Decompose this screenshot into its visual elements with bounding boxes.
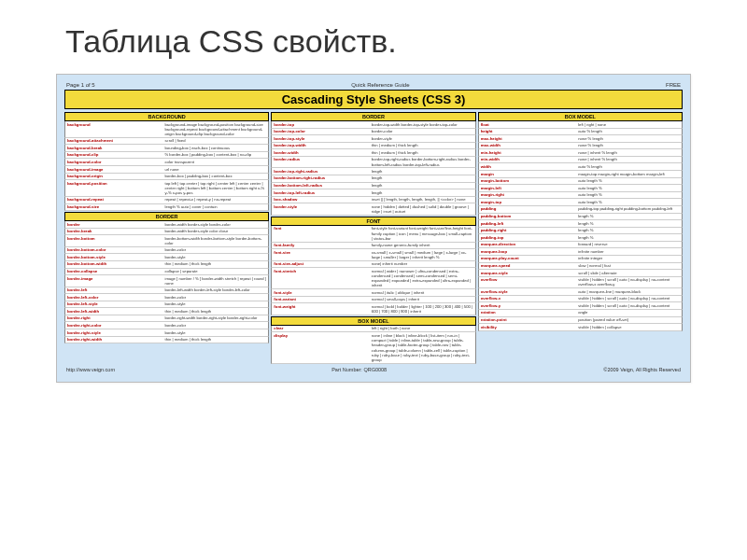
property-name: border-right: [65, 315, 162, 322]
property-value: border-left-width border-left-style bord…: [162, 287, 268, 294]
property-row: overflow-styleauto | marquee-line | marq…: [478, 288, 683, 296]
property-value: scroll | slide | alternate: [576, 270, 682, 276]
property-row: min-heightnone | inherit % length: [478, 149, 683, 157]
property-name: border-left-color: [65, 294, 162, 301]
property-name: background-attachment: [65, 138, 162, 145]
page-indicator: Page 1 of 5: [66, 82, 95, 88]
property-name: background: [65, 121, 162, 137]
property-row: borderborder-width border-style border-c…: [64, 221, 269, 229]
section-rows: borderborder-width border-style border-c…: [64, 221, 269, 343]
property-row: border-leftborder-left-width border-left…: [64, 287, 269, 295]
section-head-boxmodel-cont: BOX MODEL: [478, 112, 683, 121]
property-value: border-top-width border-top-style border…: [370, 121, 475, 128]
property-name: border-top-style: [272, 135, 369, 142]
property-row: font-stretchnormal | wider | narrower | …: [271, 268, 475, 289]
property-row: border-imageimage [ number / % ] border-…: [64, 275, 269, 287]
property-name: border-style: [272, 203, 369, 215]
property-value: visible | hidden | collapse: [576, 324, 682, 330]
property-value: position (paired value off-set): [576, 317, 682, 324]
property-name: font-size: [272, 249, 369, 260]
property-name: border-right-style: [65, 329, 162, 336]
property-value: bounding-box | each-box | continuous: [162, 145, 268, 151]
property-row: font-sizexx-small | x-small | small | me…: [271, 249, 475, 261]
property-row: border-bottom-widththin | medium | thick…: [64, 261, 269, 269]
property-name: border-bottom-left-radius: [272, 183, 369, 189]
property-value: xx-small | x-small | small | medium | la…: [370, 249, 475, 260]
property-value: % border-box | padding-box | content-box…: [162, 152, 268, 159]
column-2: BORDER border-topborder-top-width border…: [271, 111, 475, 364]
property-name: border-right-width: [65, 337, 162, 343]
property-value: border-style: [162, 254, 268, 260]
property-name: padding-right: [479, 228, 576, 234]
property-name: background-size: [65, 204, 162, 211]
property-name: border-bottom-color: [65, 247, 162, 254]
property-row: border-top-widththin | medium | thick le…: [271, 143, 475, 150]
section-rows: fontfont-style font-variant font-weight …: [271, 226, 475, 315]
section-rows: border-topborder-top-width border-top-st…: [271, 121, 475, 216]
property-value: length: [370, 183, 475, 189]
property-value: color transparent: [162, 159, 268, 165]
property-row: padding-rightlength %: [478, 228, 683, 235]
property-name: clear: [272, 326, 369, 332]
price-label: FREE: [666, 82, 681, 88]
property-value: none | hidden | dotted | dashed | solid …: [370, 203, 475, 215]
property-row: border-right-colorborder-color: [64, 322, 269, 329]
property-name: overflow-style: [479, 288, 576, 295]
property-name: border-top-color: [272, 129, 369, 135]
property-name: border-right-color: [65, 322, 162, 329]
property-value: border-width border-style border-color: [162, 221, 268, 228]
property-value: length: [370, 175, 475, 182]
property-row: border-bottom-right-radiuslength: [271, 175, 475, 183]
property-name: marquee-speed: [479, 263, 576, 270]
main-banner: Cascading Style Sheets (CSS 3): [64, 90, 683, 109]
property-row: overflow-xvisible | hidden | scroll | au…: [478, 296, 683, 303]
property-name: overflow-x: [479, 296, 576, 302]
property-row: background-originborder-box | padding-bo…: [64, 174, 269, 181]
property-row: margin-rightauto length %: [478, 192, 683, 200]
property-name: font-family: [272, 243, 369, 249]
property-value: auto length %: [576, 185, 682, 191]
property-name: background-repeat: [65, 197, 162, 203]
property-value: thin | medium | thick length: [370, 149, 475, 156]
property-row: border-topborder-top-width border-top-st…: [271, 121, 475, 129]
property-row: margin-leftauto length %: [478, 185, 683, 192]
property-name: marquee-style: [479, 270, 576, 276]
website-url: http://www.veign.com: [66, 367, 115, 372]
property-value: auto % length: [576, 129, 682, 135]
property-name: height: [479, 129, 576, 135]
property-name: border-bottom-width: [65, 261, 162, 268]
property-value: border-color: [162, 322, 268, 329]
top-bar: Page 1 of 5 Quick Reference Guide FREE: [64, 82, 683, 90]
property-name: border-bottom-right-radius: [272, 175, 369, 182]
property-name: margin: [479, 171, 576, 177]
property-value: visible | hidden | scroll | auto | no-di…: [576, 277, 682, 288]
property-value: none | inherit % length: [576, 149, 682, 156]
property-name: border-left-width: [65, 308, 162, 315]
property-value: length: [370, 168, 475, 175]
property-name: padding: [479, 206, 576, 213]
property-name: border-top-width: [272, 143, 369, 149]
property-name: background-image: [65, 166, 162, 173]
property-row: font-size-adjustnone| inherit number: [271, 261, 475, 269]
section-head-boxmodel: BOX MODEL: [271, 316, 475, 326]
property-row: padding-toplength %: [478, 234, 683, 242]
property-row: border-bottom-colorborder-color: [64, 247, 269, 255]
property-value: auto % length: [576, 163, 682, 170]
property-name: border-left: [65, 287, 162, 294]
property-row: paddingpadding-top padding-right padding…: [478, 206, 683, 214]
property-value: scroll | fixed: [162, 138, 268, 145]
property-value: length %: [576, 228, 682, 234]
property-name: border-image: [65, 275, 162, 287]
property-name: font-stretch: [272, 268, 369, 288]
property-name: padding-bottom: [479, 214, 576, 220]
property-row: marquee-directionforward | reverse: [478, 242, 683, 249]
property-name: display: [272, 332, 369, 363]
property-value: visible | hidden | scroll | auto | no-di…: [576, 302, 682, 309]
property-row: border-top-colorborder-color: [271, 129, 475, 136]
property-name: width: [479, 163, 576, 170]
property-name: margin-right: [479, 192, 576, 199]
property-row: border-bottom-left-radiuslength: [271, 183, 475, 190]
property-value: border-color: [162, 294, 268, 301]
section-rows: clearleft | right | both | nonedisplayno…: [271, 326, 475, 364]
property-value: length %: [576, 234, 682, 241]
